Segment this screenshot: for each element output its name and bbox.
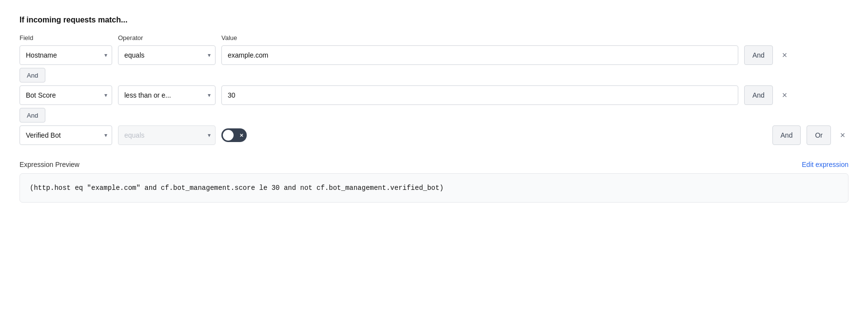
- field-select-wrapper-3: Hostname Bot Score Verified Bot ▾: [20, 125, 112, 145]
- and-button-1[interactable]: And: [744, 45, 773, 65]
- rule-row-2: Hostname Bot Score Verified Bot ▾ less t…: [20, 85, 848, 105]
- value-input-2[interactable]: [221, 85, 738, 105]
- close-button-3[interactable]: ×: [837, 129, 848, 141]
- value-column-label: Value: [221, 34, 237, 41]
- operator-select-wrapper-1: equals does not equal contains ▾: [118, 45, 216, 65]
- or-button-3[interactable]: Or: [807, 125, 831, 145]
- rule-row-1: Hostname Bot Score Verified Bot ▾ equals…: [20, 45, 848, 65]
- edit-expression-link[interactable]: Edit expression: [802, 161, 848, 168]
- connector-row-1: And: [20, 68, 848, 82]
- connector-and-button-1[interactable]: And: [20, 68, 45, 82]
- operator-select-wrapper-3: equals ▾: [118, 125, 216, 145]
- toggle-x-icon: ✕: [239, 133, 243, 138]
- expression-header: Expression Preview Edit expression: [20, 161, 848, 168]
- field-select-2[interactable]: Hostname Bot Score Verified Bot: [20, 85, 112, 105]
- field-select-wrapper-2: Hostname Bot Score Verified Bot ▾: [20, 85, 112, 105]
- close-button-1[interactable]: ×: [779, 49, 790, 61]
- operator-select-2[interactable]: less than or e... greater than less than…: [118, 85, 216, 105]
- operator-select-3[interactable]: equals: [118, 125, 216, 145]
- connector-row-2: And: [20, 108, 848, 123]
- expression-preview-section: Expression Preview Edit expression (http…: [20, 161, 848, 203]
- toggle-knob-3: [223, 130, 234, 141]
- connector-and-button-2[interactable]: And: [20, 108, 45, 123]
- rule-row-3: Hostname Bot Score Verified Bot ▾ equals…: [20, 125, 848, 145]
- toggle-switch-3[interactable]: ✕: [221, 128, 247, 142]
- toggle-value-3[interactable]: ✕: [221, 128, 247, 142]
- field-select-1[interactable]: Hostname Bot Score Verified Bot: [20, 45, 112, 65]
- and-button-3[interactable]: And: [772, 125, 801, 145]
- value-input-1[interactable]: [221, 45, 738, 65]
- operator-select-wrapper-2: less than or e... greater than less than…: [118, 85, 216, 105]
- operator-select-1[interactable]: equals does not equal contains: [118, 45, 216, 65]
- operator-column-label: Operator: [118, 34, 216, 41]
- and-button-2[interactable]: And: [744, 85, 773, 105]
- expression-code-box: (http.host eq "example.com" and cf.bot_m…: [20, 173, 848, 203]
- expression-preview-title: Expression Preview: [20, 161, 79, 168]
- field-select-3[interactable]: Hostname Bot Score Verified Bot: [20, 125, 112, 145]
- close-button-2[interactable]: ×: [779, 89, 790, 101]
- page-title: If incoming requests match...: [20, 16, 848, 24]
- field-column-label: Field: [20, 34, 112, 41]
- field-select-wrapper-1: Hostname Bot Score Verified Bot ▾: [20, 45, 112, 65]
